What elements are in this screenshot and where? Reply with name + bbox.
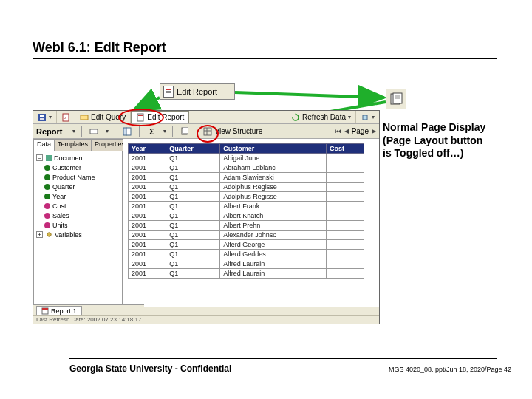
save-dropdown-button[interactable]: ▾	[33, 111, 57, 123]
pdf-icon: P	[61, 113, 70, 122]
table-row[interactable]: 2001Q1Alfred Laurain	[129, 269, 364, 279]
table-cell: Q1	[166, 221, 220, 231]
table-cell	[326, 192, 364, 202]
annotation-line2: (Page Layout button	[383, 134, 482, 146]
tree-item[interactable]: Units	[35, 220, 122, 230]
chevron-down-icon[interactable]: ▾	[163, 128, 166, 134]
annotation-text: Normal Page Display (Page Layout button …	[383, 121, 520, 160]
table-cell: Q1	[166, 173, 220, 183]
annotation-line1: Normal Page Display	[383, 121, 485, 133]
table-cell	[326, 221, 364, 231]
page-first-icon[interactable]: ⏮	[335, 128, 341, 134]
table-row[interactable]: 2001Q1Albert Frank	[129, 202, 364, 211]
svg-marker-18	[295, 113, 298, 115]
column-header[interactable]: Year	[129, 144, 166, 154]
svg-rect-11	[40, 118, 44, 120]
tree-item-label: Sales	[52, 212, 69, 219]
svg-rect-21	[123, 128, 126, 135]
table-cell: Q1	[166, 250, 220, 259]
page-prev-icon[interactable]: ◀	[344, 128, 349, 134]
dimension-icon	[44, 213, 50, 219]
page-layout-icon	[389, 92, 403, 106]
page-layout-toggle[interactable]	[179, 126, 191, 137]
column-header[interactable]: Cost	[326, 144, 364, 154]
table-cell: 2001	[129, 202, 166, 211]
tree-item[interactable]: Year	[35, 191, 122, 201]
chevron-down-icon[interactable]: ▾	[106, 128, 109, 134]
tree-item-label: Year	[52, 193, 66, 200]
sidebar-tab-data[interactable]: Data	[33, 139, 55, 151]
table-cell: Alferd Geddes	[220, 250, 327, 259]
dimension-icon	[44, 165, 50, 171]
table-row[interactable]: 2001Q1Abigail June	[129, 154, 364, 163]
column-header[interactable]: Customer	[220, 144, 327, 154]
annotation-line3: is Toggled off…)	[383, 147, 463, 159]
tree-item[interactable]: Sales	[35, 211, 122, 220]
document-icon	[163, 86, 174, 98]
table-row[interactable]: 2001Q1Adam Slawienski	[129, 173, 364, 183]
worksheet-tab-label: Report 1	[51, 307, 77, 315]
table-cell	[326, 173, 364, 183]
refresh-data-button[interactable]: Refresh Data ▾	[287, 111, 356, 123]
report-canvas[interactable]: YearQuarterCustomerCost 2001Q1Abigail Ju…	[123, 139, 379, 307]
table-row[interactable]: 2001Q1Abraham Leblanc	[129, 163, 364, 173]
table-cell: 2001	[129, 173, 166, 183]
page-layout-float-button[interactable]	[386, 89, 406, 109]
sidebar-tab-templates[interactable]: Templates	[54, 139, 92, 151]
table-cell: Q1	[166, 154, 220, 163]
dimension-icon	[44, 222, 50, 228]
panel-icon	[123, 127, 132, 136]
tree-item[interactable]: Customer	[35, 163, 122, 172]
table-cell	[326, 202, 364, 211]
export-pdf-button[interactable]: P	[57, 111, 75, 123]
table-cell: 2001	[129, 221, 166, 231]
table-row[interactable]: 2001Q1Albert Knatch	[129, 211, 364, 221]
sum-button[interactable]: Σ	[146, 126, 157, 137]
edit-report-float-button[interactable]: Edit Report	[160, 83, 235, 100]
svg-rect-22	[126, 128, 131, 135]
tree-root[interactable]: –Document	[35, 153, 122, 163]
show-panel-button[interactable]	[121, 126, 133, 137]
report-table: YearQuarterCustomerCost 2001Q1Abigail Ju…	[128, 143, 364, 279]
table-cell: 2001	[129, 259, 166, 269]
table-row[interactable]: 2001Q1Adolphus Regisse	[129, 192, 364, 202]
table-cell: 2001	[129, 154, 166, 163]
table-cell: Abraham Leblanc	[220, 163, 327, 173]
tree-variables[interactable]: + Variables	[35, 230, 122, 239]
table-cell: Abigail June	[220, 154, 327, 163]
insert-cell-button[interactable]	[88, 126, 100, 137]
table-row[interactable]: 2001Q1Albert Prehn	[129, 221, 364, 231]
chevron-down-icon[interactable]: ▾	[72, 128, 75, 134]
table-row[interactable]: 2001Q1Alexander Johnso	[129, 231, 364, 240]
table-cell: 2001	[129, 183, 166, 192]
table-row[interactable]: 2001Q1Alferd George	[129, 240, 364, 250]
table-cell: Alfred Laurain	[220, 259, 327, 269]
table-row[interactable]: 2001Q1Alfred Laurain	[129, 259, 364, 269]
refresh-icon	[291, 113, 300, 122]
page-layout-icon	[180, 127, 189, 136]
query-icon	[80, 113, 89, 122]
table-cell	[326, 183, 364, 192]
footer-left: Georgia State University - Confidential	[69, 364, 231, 374]
table-cell	[326, 231, 364, 240]
expand-icon[interactable]: +	[36, 231, 43, 238]
tree-item[interactable]: Product Name	[35, 172, 122, 182]
dimension-icon	[44, 184, 50, 190]
tree-item-label: Product Name	[52, 174, 95, 181]
menubar-extra-button[interactable]: ▾	[356, 111, 379, 123]
dimension-icon	[44, 194, 50, 200]
table-cell: Adolphus Regisse	[220, 192, 327, 202]
chevron-down-icon: ▾	[348, 114, 351, 120]
menubar: ▾ P Edit Query Edit Report Refresh Data …	[33, 111, 379, 124]
collapse-icon[interactable]: –	[36, 154, 43, 161]
table-cell: 2001	[129, 240, 166, 250]
tree-item[interactable]: Cost	[35, 201, 122, 211]
table-cell: Q1	[166, 259, 220, 269]
save-icon	[38, 113, 47, 122]
table-row[interactable]: 2001Q1Adolphus Regisse	[129, 183, 364, 192]
svg-rect-10	[40, 115, 44, 117]
tree-item[interactable]: Quarter	[35, 182, 122, 191]
column-header[interactable]: Quarter	[166, 144, 220, 154]
table-row[interactable]: 2001Q1Alferd Geddes	[129, 250, 364, 259]
page-next-icon[interactable]: ▶	[372, 128, 376, 134]
